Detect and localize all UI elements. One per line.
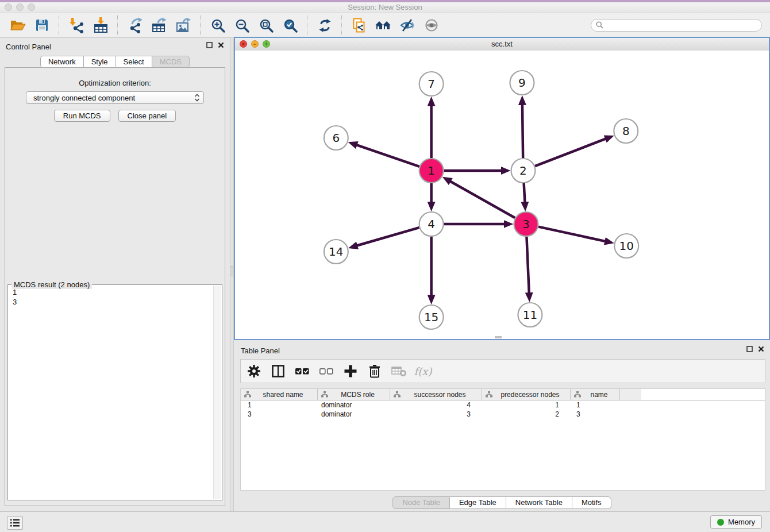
- import-network-icon: [68, 17, 84, 33]
- network-window-titlebar[interactable]: × − + scc.txt: [235, 38, 769, 51]
- open-file-button[interactable]: [9, 16, 27, 34]
- float-table-panel-icon[interactable]: [746, 346, 753, 352]
- export-table-icon: [151, 17, 167, 33]
- panel-splitter[interactable]: [230, 38, 234, 511]
- zoom-out-button[interactable]: [233, 16, 251, 34]
- node-table: shared nameMCDS rolesuccessor nodesprede…: [240, 388, 765, 491]
- sort-column-icon[interactable]: [486, 391, 492, 398]
- graph-node-label-7: 7: [428, 77, 435, 91]
- column-header-name[interactable]: name: [571, 389, 620, 400]
- show-columns-button[interactable]: [270, 363, 286, 379]
- control-panel-tabs: NetworkStyleSelectMCDS: [0, 56, 230, 68]
- import-network-button[interactable]: [67, 16, 86, 34]
- run-mcds-button[interactable]: Run MCDS: [54, 110, 110, 122]
- delete-column-button[interactable]: [367, 363, 383, 379]
- zoom-selected-icon: [283, 18, 298, 33]
- tab-edge-table[interactable]: Edge Table: [450, 496, 506, 509]
- graph-edge-2-9[interactable]: [522, 103, 523, 158]
- select-all-button[interactable]: [294, 363, 310, 379]
- float-panel-icon[interactable]: [206, 42, 213, 48]
- cell-predecessor-nodes[interactable]: 1: [482, 401, 571, 409]
- graph-edge-4-14[interactable]: [356, 228, 419, 246]
- delete-table-button[interactable]: [391, 363, 407, 379]
- status-bar: Memory: [0, 511, 770, 532]
- close-panel-icon[interactable]: [218, 42, 224, 48]
- cell-name[interactable]: 1: [571, 401, 620, 409]
- sort-column-icon[interactable]: [574, 391, 581, 398]
- column-header-shared-name[interactable]: shared name: [241, 389, 318, 400]
- cell-mcds-role[interactable]: dominator: [318, 410, 390, 418]
- network-canvas[interactable]: 7968124314101511: [235, 51, 769, 339]
- cell-shared-name[interactable]: 3: [241, 410, 318, 418]
- zoom-fit-button[interactable]: [257, 16, 275, 34]
- table-row-2[interactable]: 3dominator323: [241, 410, 765, 419]
- application-window: Session: New Session: [0, 0, 770, 532]
- cell-successor-nodes[interactable]: 4: [390, 401, 482, 409]
- graph-edge-3-11[interactable]: [526, 237, 529, 294]
- criterion-select[interactable]: strongly connected component: [26, 91, 204, 104]
- graph-edge-3-10[interactable]: [538, 227, 606, 242]
- splitter-grip[interactable]: [230, 266, 233, 276]
- graph-node-label-9: 9: [518, 76, 526, 90]
- cell-name[interactable]: 3: [571, 410, 620, 418]
- memory-status-icon: [717, 519, 724, 526]
- cell-successor-nodes[interactable]: 3: [390, 410, 482, 418]
- eye-slash-icon: [399, 18, 415, 33]
- result-scrollbar[interactable]: [213, 286, 221, 499]
- table-mode-button[interactable]: [246, 363, 262, 379]
- tab-network[interactable]: Network: [40, 56, 84, 68]
- column-header-successor-nodes[interactable]: successor nodes: [390, 389, 482, 400]
- memory-button[interactable]: Memory: [710, 515, 762, 529]
- task-history-button[interactable]: [7, 516, 23, 530]
- zoom-in-button[interactable]: [209, 16, 227, 34]
- export-table-button[interactable]: [150, 16, 168, 34]
- graph-edge-2-8[interactable]: [535, 138, 607, 166]
- export-image-icon: [175, 17, 191, 33]
- tab-motifs[interactable]: Motifs: [572, 496, 611, 509]
- table-row-1[interactable]: 1dominator411: [241, 400, 765, 410]
- os-titlebar: Session: New Session: [0, 0, 770, 13]
- graph-node-label-15: 15: [424, 310, 438, 324]
- eye-icon: [424, 18, 440, 33]
- network-canvas-container: 7968124314101511: [235, 51, 769, 339]
- graph-edge-1-6[interactable]: [356, 145, 419, 167]
- save-session-button[interactable]: [33, 16, 51, 34]
- new-column-button[interactable]: [342, 363, 359, 379]
- cell-predecessor-nodes[interactable]: 2: [482, 410, 571, 418]
- graph-edge-3-1[interactable]: [449, 181, 515, 218]
- close-panel-button[interactable]: Close panel: [118, 110, 176, 122]
- tab-node-table[interactable]: Node Table: [392, 496, 450, 509]
- tab-network-table[interactable]: Network Table: [506, 496, 572, 509]
- function-builder-button[interactable]: f(x): [415, 363, 431, 379]
- clone-network-button[interactable]: [350, 16, 368, 34]
- deselect-all-button[interactable]: [318, 363, 334, 379]
- cell-shared-name[interactable]: 1: [241, 401, 318, 409]
- zoom-selected-button[interactable]: [281, 16, 299, 34]
- mcds-result-text[interactable]: 1 3: [13, 287, 211, 498]
- select-all-icon: [294, 364, 310, 379]
- tab-select[interactable]: Select: [116, 56, 152, 68]
- tab-style[interactable]: Style: [84, 56, 116, 68]
- cyndex-browser-button[interactable]: [374, 16, 392, 34]
- sort-column-icon[interactable]: [394, 391, 401, 398]
- export-network-button[interactable]: [126, 16, 144, 34]
- tab-mcds[interactable]: MCDS: [152, 56, 190, 68]
- column-label: name: [581, 391, 619, 399]
- column-header-mcds-role[interactable]: MCDS role: [318, 389, 390, 400]
- export-image-button[interactable]: [174, 16, 192, 34]
- graph-edge-2-3[interactable]: [524, 183, 525, 203]
- close-table-panel-icon[interactable]: [758, 346, 764, 352]
- search-input[interactable]: [591, 19, 762, 32]
- optimization-criterion-label: Optimization criterion:: [5, 79, 225, 87]
- session-title: Session: New Session: [0, 3, 770, 11]
- hide-glass-panel-button[interactable]: [398, 16, 417, 34]
- column-header-predecessor-nodes[interactable]: predecessor nodes: [482, 389, 571, 400]
- control-panel-header: Control Panel: [0, 38, 230, 55]
- show-glass-panel-button[interactable]: [422, 16, 441, 34]
- canvas-resize-grip[interactable]: [495, 336, 502, 338]
- import-table-button[interactable]: [91, 16, 110, 34]
- sort-column-icon[interactable]: [321, 391, 328, 398]
- sort-column-icon[interactable]: [244, 391, 251, 398]
- apply-layout-button[interactable]: [315, 16, 334, 34]
- cell-mcds-role[interactable]: dominator: [318, 401, 390, 409]
